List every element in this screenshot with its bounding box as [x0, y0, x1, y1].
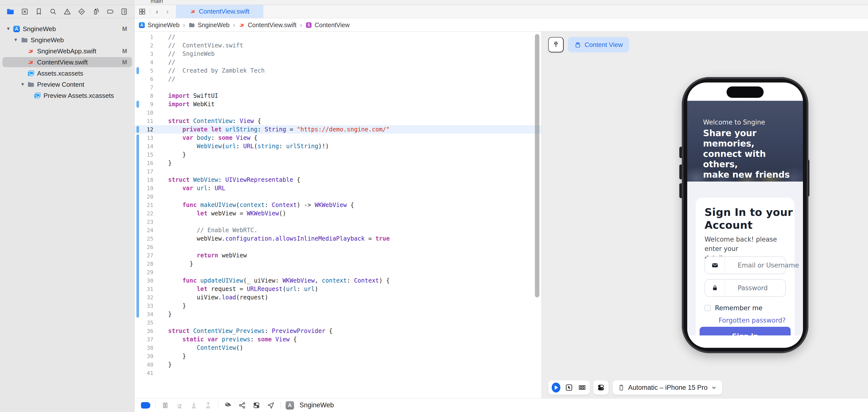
window-toolbar-strip: main: [0, 0, 868, 5]
breadcrumb-label: ContentView.swift: [248, 22, 297, 29]
code-text: //: [168, 76, 175, 82]
file-label: SngineWeb: [23, 25, 56, 33]
code-line-33: 33 }: [134, 302, 541, 310]
source-control-change-bar[interactable]: [136, 134, 139, 318]
breadcrumb-item-sngineweb[interactable]: SngineWeb: [188, 22, 229, 29]
code-text: }: [168, 260, 193, 267]
forgotten-password-link[interactable]: Forgotten password?: [719, 317, 786, 324]
tab-label: ContentView.swift: [199, 8, 250, 15]
device-selector[interactable]: Automatic – iPhone 15 Pro: [613, 380, 722, 395]
file-row-assets-xcassets[interactable]: Assets.xcassets: [0, 68, 134, 79]
live-preview-play-button[interactable]: [552, 383, 560, 392]
code-line-8: 8import SwiftUI: [134, 92, 541, 100]
debug-gauge-icon[interactable]: [91, 7, 101, 16]
forward-chevron-icon[interactable]: ›: [164, 7, 171, 16]
code-line-10: 10: [134, 108, 541, 117]
app-hero-banner: Welcome to Sngine Share your memories, c…: [687, 101, 803, 181]
file-row-preview-assets-xcassets[interactable]: Preview Assets.xcassets: [0, 90, 134, 101]
code-text: }: [168, 151, 186, 158]
reports-icon[interactable]: [119, 7, 129, 16]
email-input[interactable]: [725, 257, 803, 274]
line-number: 2: [134, 42, 153, 49]
modified-badge: M: [122, 59, 127, 66]
folder-icon: [21, 36, 28, 44]
file-row-snginewebapp-swift[interactable]: SngineWebApp.swiftM: [0, 45, 134, 57]
find-icon[interactable]: [48, 7, 58, 16]
device-settings-icon[interactable]: [596, 383, 606, 392]
line-number: 39: [134, 353, 153, 359]
code-text: //: [168, 59, 175, 66]
remember-me-checkbox[interactable]: [705, 305, 711, 311]
code-line-4: 4//: [134, 58, 541, 66]
pause-execution-icon[interactable]: [160, 401, 170, 410]
code-line-15: 15 }: [134, 150, 541, 159]
project-navigator-icon[interactable]: [5, 7, 16, 16]
source-control-change-bar[interactable]: [136, 101, 139, 108]
related-items-icon[interactable]: [138, 7, 146, 16]
view-hierarchy-icon[interactable]: [223, 401, 232, 410]
app-icon: [138, 22, 145, 28]
modified-badge: M: [122, 48, 127, 55]
code-line-41: 41: [134, 369, 541, 377]
step-over-icon[interactable]: [175, 401, 184, 410]
code-line-31: 31 let request = URLRequest(url: url): [134, 285, 541, 293]
file-row-contentview-swift[interactable]: ContentView.swiftM: [0, 57, 134, 68]
code-line-38: 38 ContentView(): [134, 344, 541, 352]
file-label: Preview Content: [37, 81, 84, 89]
code-line-6: 6//: [134, 75, 541, 83]
environment-overrides-icon[interactable]: [252, 401, 261, 410]
variants-mode-icon[interactable]: [578, 383, 586, 392]
breadcrumb-item-contentview-swift[interactable]: ContentView.swift: [239, 22, 297, 29]
signin-card: Sign In to your Account Welcome back! pl…: [695, 198, 795, 348]
code-text: }: [168, 353, 186, 359]
disclosure-chevron-icon[interactable]: ▾: [21, 82, 26, 87]
line-number: 6: [134, 76, 153, 82]
breadcrumb-item-sngineweb[interactable]: SngineWeb: [138, 22, 180, 29]
selectable-mode-icon[interactable]: [565, 383, 574, 392]
breadcrumb-item-contentview[interactable]: SContentView: [305, 22, 349, 29]
bookmarks-icon[interactable]: [34, 7, 44, 16]
step-into-icon[interactable]: [189, 401, 198, 410]
file-row-sngineweb[interactable]: ▾SngineWeb: [0, 34, 134, 45]
debug-bar-separator: [155, 401, 156, 409]
email-field[interactable]: [705, 256, 786, 274]
code-line-14: 14 WebView(url: URL(string: urlString)!): [134, 142, 541, 150]
code-line-37: 37 static var previews: some View {: [134, 335, 541, 344]
source-control-change-bar[interactable]: [136, 126, 139, 133]
breadcrumb-label: SngineWeb: [197, 22, 229, 29]
code-line-27: 27 return webView: [134, 251, 541, 260]
file-label: SngineWeb: [31, 36, 64, 44]
back-chevron-icon[interactable]: ‹: [154, 7, 160, 16]
pin-preview-button[interactable]: [548, 37, 564, 53]
code-text: // ContentView.swift: [168, 42, 243, 49]
breakpoints-toggle-button[interactable]: [141, 401, 150, 410]
simulate-location-icon[interactable]: [266, 401, 276, 410]
code-text: var body: some View {: [168, 134, 257, 141]
breadcrumb-label: SngineWeb: [148, 22, 180, 29]
disclosure-chevron-icon[interactable]: ▾: [14, 37, 19, 42]
code-text: webView.configuration.allowsInlineMediaP…: [168, 235, 390, 242]
password-input[interactable]: [725, 280, 803, 297]
password-field[interactable]: [705, 279, 786, 297]
code-editor[interactable]: 1//2// ContentView.swift3// SngineWeb4//…: [134, 32, 541, 398]
tests-icon[interactable]: [77, 7, 87, 16]
breakpoints-icon[interactable]: [105, 7, 115, 16]
editor-scrollbar-thumb[interactable]: [535, 34, 539, 298]
issues-icon[interactable]: [62, 7, 72, 16]
file-row-preview-content[interactable]: ▾Preview Content: [0, 79, 134, 90]
file-row-sngineweb[interactable]: ▾SngineWebM: [0, 23, 134, 34]
source-control-change-bar[interactable]: [136, 67, 139, 74]
code-line-40: 40}: [134, 360, 541, 369]
play-icon: [555, 385, 558, 390]
code-line-20: 20: [134, 193, 541, 201]
tab-contentview-swift[interactable]: ContentView.swift: [176, 5, 264, 18]
memory-graph-icon[interactable]: [238, 401, 247, 410]
envelope-icon: [705, 257, 725, 274]
step-out-icon[interactable]: [204, 401, 213, 410]
code-line-29: 29: [134, 268, 541, 276]
code-text: //: [168, 34, 175, 40]
code-text: struct WebView: UIViewRepresentable {: [168, 176, 301, 183]
source-control-icon[interactable]: [20, 7, 30, 16]
disclosure-chevron-icon[interactable]: ▾: [7, 26, 12, 31]
content-view-chip[interactable]: Content View: [568, 37, 629, 53]
